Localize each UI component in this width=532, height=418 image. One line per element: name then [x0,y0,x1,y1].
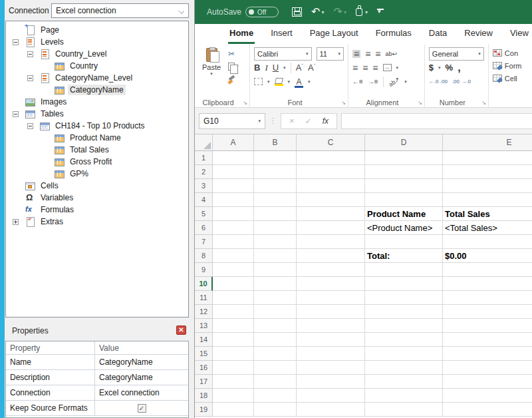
cell-C18[interactable] [297,389,365,403]
cell-C9[interactable] [297,263,365,277]
align-left-icon[interactable]: ≡ [352,65,358,71]
cell-A1[interactable] [213,151,254,165]
row-header-17[interactable]: 17 [195,375,213,389]
formula-input[interactable] [341,113,532,129]
undo-caret-icon[interactable]: ▾ [321,9,324,15]
cell-B18[interactable] [254,389,297,403]
row-header-19[interactable]: 19 [195,403,213,417]
format-as-table-button[interactable]: Form [493,59,528,72]
enter-icon[interactable]: ✓ [305,116,312,126]
cell-D11[interactable] [365,291,443,305]
cell-D6[interactable]: <Product Name> [365,221,443,235]
cell-A14[interactable] [213,333,254,347]
cell-B16[interactable] [254,361,297,375]
cell-E6[interactable]: <Total Sales> [443,221,532,235]
tree-item-total-sales[interactable]: Total Sales [6,144,188,156]
cell-C7[interactable] [297,235,365,249]
cell-D15[interactable] [365,347,443,361]
cell-styles-button[interactable]: Cell [493,72,528,85]
cell-B6[interactable] [254,221,297,235]
property-value[interactable]: Excel connection [95,385,188,400]
connection-dropdown[interactable]: Excel connection [51,3,189,18]
cell-E7[interactable] [443,235,532,249]
orientation-caret-icon[interactable]: ▾ [404,79,407,85]
cell-C17[interactable] [297,375,365,389]
row-header-9[interactable]: 9 [195,263,213,277]
select-all-corner[interactable] [195,134,213,150]
cell-E15[interactable] [443,347,532,361]
save-icon[interactable] [292,7,302,17]
cell-E3[interactable] [443,179,532,193]
cell-D19[interactable] [365,403,443,417]
borders-icon[interactable] [254,78,263,85]
tree-item-country-level[interactable]: Country_Level [6,48,188,60]
tab-page-layout[interactable]: Page Layout [309,24,360,44]
copy-icon[interactable] [228,63,235,71]
merge-caret-icon[interactable]: ▾ [396,65,399,71]
cell-D9[interactable] [365,263,443,277]
tree-item-tables[interactable]: Tables [6,108,188,120]
name-box[interactable]: G10 ▾ [199,113,265,129]
font-size-combo[interactable]: 11▾ [317,47,344,61]
borders-caret-icon[interactable]: ▾ [267,79,270,85]
cell-C15[interactable] [297,347,365,361]
fill-color-caret-icon[interactable]: ▾ [288,79,291,85]
cell-D1[interactable] [365,151,443,165]
cell-B5[interactable] [254,207,297,221]
paste-button[interactable]: Paste ▾ [199,47,224,97]
cell-E18[interactable] [443,389,532,403]
row-header-16[interactable]: 16 [195,361,213,375]
collapse-icon[interactable] [13,39,19,45]
decrease-decimal-icon[interactable]: ←.0 .00 [429,79,448,85]
cell-A13[interactable] [213,319,254,333]
row-header-7[interactable]: 7 [195,235,213,249]
cell-D8[interactable]: Total: [365,249,443,263]
conditional-formatting-button[interactable]: Con [493,47,528,59]
increase-font-button[interactable]: Aˆ [296,63,303,73]
cell-D16[interactable] [365,361,443,375]
row-header-8[interactable]: 8 [195,249,213,263]
font-name-combo[interactable]: Calibri▾ [254,47,312,61]
cell-B1[interactable] [254,151,297,165]
cell-B8[interactable] [254,249,297,263]
row-header-1[interactable]: 1 [195,151,213,165]
italic-button[interactable]: I [265,63,267,73]
cell-E2[interactable] [443,165,532,179]
cell-B4[interactable] [254,193,297,207]
cell-D3[interactable] [365,179,443,193]
cell-B10[interactable] [254,277,297,291]
cell-C19[interactable] [297,403,365,417]
row-header-11[interactable]: 11 [195,291,213,305]
row-header-2[interactable]: 2 [195,165,213,179]
row-header-10[interactable]: 10 [195,277,213,291]
cell-A15[interactable] [213,347,254,361]
cell-B2[interactable] [254,165,297,179]
cell-D10[interactable] [365,277,443,291]
row-header-15[interactable]: 15 [195,347,213,361]
cell-C2[interactable] [297,165,365,179]
cell-B9[interactable] [254,263,297,277]
number-dialog-launcher-icon[interactable]: ↘ [481,100,486,106]
align-right-icon[interactable]: ≡ [372,65,378,71]
cell-B19[interactable] [254,403,297,417]
row-header-6[interactable]: 6 [195,221,213,235]
tree-item-extras[interactable]: Extras [6,216,188,228]
row-header-13[interactable]: 13 [195,319,213,333]
column-header-C[interactable]: C [297,134,365,150]
cell-E11[interactable] [443,291,532,305]
cancel-icon[interactable]: × [289,116,295,126]
tree-item-levels[interactable]: Levels [6,36,188,48]
property-value[interactable]: CategoryName [95,370,188,385]
font-color-caret-icon[interactable]: ▾ [308,79,311,85]
cell-A11[interactable] [213,291,254,305]
percent-button[interactable]: % [446,63,454,73]
autosave-toggle[interactable]: Off [245,7,279,17]
tab-insert[interactable]: Insert [269,24,294,44]
cell-E10[interactable] [443,277,532,291]
format-painter-icon[interactable] [228,75,236,83]
row-header-5[interactable]: 5 [195,207,213,221]
cell-A2[interactable] [213,165,254,179]
cell-D18[interactable] [365,389,443,403]
tree-item-formulas[interactable]: Formulas [6,204,188,216]
cell-C16[interactable] [297,361,365,375]
